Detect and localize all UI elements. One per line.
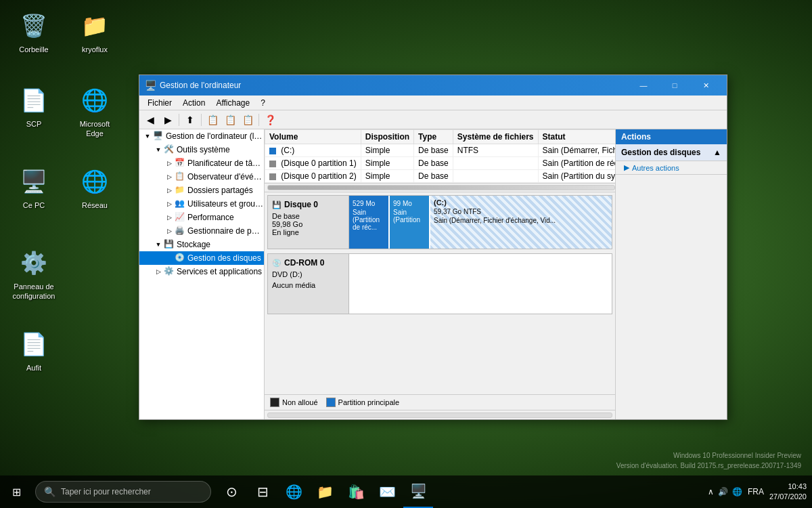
forward-button[interactable]: ▶ — [160, 112, 176, 127]
tray-network[interactable]: 🌐 — [732, 487, 742, 496]
vol-c-indicator — [269, 148, 276, 154]
tree-services[interactable]: ▷ ⚙️ Services et applications — [139, 265, 264, 278]
minimize-button[interactable]: — — [628, 75, 659, 96]
table-row[interactable]: (C:) Simple De base NTFS Sain (Démarrer,… — [265, 144, 616, 157]
menu-help[interactable]: ? — [255, 97, 271, 109]
planif-expand: ▷ — [164, 160, 175, 167]
cepc-label: Ce PC — [23, 200, 45, 210]
scp-label: SCP — [26, 119, 42, 129]
search-input[interactable] — [61, 487, 202, 496]
properties-button[interactable]: 📋 — [240, 112, 256, 127]
bottom-scroll-track[interactable] — [267, 412, 612, 418]
partition-block-p2[interactable]: 99 Mo Sain (Partition — [390, 196, 430, 249]
tree-dossiers[interactable]: ▷ 📁 Dossiers partagés — [139, 184, 264, 197]
menu-fichier[interactable]: Fichier — [142, 97, 177, 109]
scp-icon: 📄 — [18, 84, 50, 117]
aufit-label: Aufit — [26, 363, 41, 373]
close-button[interactable]: ✕ — [690, 75, 721, 96]
taskbar-search-icon[interactable]: ⊙ — [217, 475, 246, 508]
actions-panel: Actions Gestion des disques ▲ ▶ Autres a… — [615, 129, 727, 419]
partition-block-c[interactable]: (C:) 59,37 Go NTFS Sain (Démarrer, Fichi… — [430, 196, 612, 249]
corbeille-label: Corbeille — [19, 45, 48, 54]
up-button[interactable]: ⬆ — [182, 112, 198, 127]
tree-gestion-disques[interactable]: 💿 Gestion des disques — [139, 251, 264, 265]
scroll-thumb[interactable] — [267, 185, 615, 190]
col-fs[interactable]: Système de fichiers — [453, 130, 538, 144]
taskbar-task-icon[interactable]: ⊟ — [248, 475, 277, 508]
right-panel: Volume Disposition Type Système de fichi… — [265, 129, 615, 419]
vol-p2-type: De base — [414, 170, 453, 183]
vol-p2-disp: Simple — [361, 170, 413, 183]
partition-block-p1[interactable]: 529 Mo Sain (Partition de réc... — [349, 196, 390, 249]
tree-outils[interactable]: ▼ 🛠️ Outils système — [139, 143, 264, 156]
util-icon: 👥 — [175, 198, 185, 209]
view-button[interactable]: 📋 — [222, 112, 238, 127]
vol-p2: (Disque 0 partition 2) — [265, 170, 361, 183]
watermark-line1: Windows 10 Professionnel Insider Preview — [616, 450, 801, 461]
serv-icon: ⚙️ — [164, 266, 175, 277]
search-bar[interactable]: 🔍 — [35, 481, 211, 503]
cdrom-type: DVD (D:) — [272, 270, 344, 278]
util-expand: ▷ — [164, 200, 175, 207]
col-disposition[interactable]: Disposition — [361, 130, 413, 144]
table-scrollbar[interactable] — [265, 183, 615, 192]
menu-affichage[interactable]: Affichage — [210, 97, 255, 109]
perf-expand: ▷ — [164, 214, 175, 221]
vol-p2-fs — [453, 170, 538, 183]
taskbar-store-icon[interactable]: 🛍️ — [341, 475, 371, 508]
tray-speaker[interactable]: 🔊 — [718, 487, 728, 496]
disk-table: Volume Disposition Type Système de fichi… — [265, 129, 615, 183]
taskbar-explorer-icon[interactable]: 📁 — [310, 475, 340, 508]
sys-tray: ∧ 🔊 🌐 — [708, 487, 742, 496]
table-row[interactable]: (Disque 0 partition 1) Simple De base Sa… — [265, 157, 616, 170]
col-statut[interactable]: Statut — [538, 130, 615, 144]
vol-c-fs: NTFS — [453, 144, 538, 157]
tree-utilisateurs[interactable]: ▷ 👥 Utilisateurs et groupes l... — [139, 197, 264, 211]
desktop-icon-aufit[interactable]: 📄 Aufit — [7, 325, 61, 375]
action-section-title-disques[interactable]: Gestion des disques ▲ — [616, 144, 727, 161]
legend-unalloc-box — [270, 398, 279, 407]
tree-gestionnaire[interactable]: ▷ 🖨️ Gestionnaire de périphé... — [139, 224, 264, 238]
tree-root[interactable]: ▼ 🖥️ Gestion de l'ordinateur (local) — [139, 129, 264, 143]
legend-unallocated: Non alloué — [270, 398, 318, 407]
help-button[interactable]: ❓ — [262, 112, 278, 127]
time-date[interactable]: 10:43 27/07/2020 — [769, 482, 807, 503]
col-type[interactable]: Type — [414, 130, 453, 144]
start-button[interactable]: ⊞ — [0, 475, 32, 508]
desktop-icon-edge[interactable]: 🌐 Microsoft Edge — [68, 81, 122, 142]
desktop-icon-corbeille[interactable]: 🗑️ Corbeille — [7, 7, 61, 57]
tree-performance-label: Performance — [187, 213, 234, 222]
menu-action[interactable]: Action — [177, 97, 210, 109]
action-section-disques: Gestion des disques ▲ — [616, 144, 727, 161]
taskbar-mail-icon[interactable]: ✉️ — [372, 475, 402, 508]
language-label[interactable]: FRA — [748, 487, 764, 496]
desktop-icon-kryoflux[interactable]: 📁 kryoflux — [68, 7, 122, 57]
bottom-scrollbar[interactable] — [265, 410, 615, 419]
back-button[interactable]: ◀ — [142, 112, 158, 127]
action-autres-actions[interactable]: ▶ Autres actions — [616, 161, 727, 174]
computer-management-window: 🖥️ Gestion de l'ordinateur — □ ✕ Fichier… — [139, 75, 727, 420]
desktop-icon-reseau[interactable]: 🌐 Réseau — [68, 163, 122, 213]
disk-visualization-area: 💾 Disque 0 De base 59,98 Go En ligne 529… — [265, 192, 615, 394]
tree-planificateur[interactable]: ▷ 📅 Planificateur de tâches — [139, 156, 264, 170]
desktop-icon-panneau[interactable]: ⚙️ Panneau deconfiguration — [7, 244, 61, 304]
tree-gd-label: Gestion des disques — [187, 253, 261, 263]
p2-status: Sain (Partition — [393, 209, 426, 224]
table-row[interactable]: (Disque 0 partition 2) Simple De base Sa… — [265, 170, 616, 183]
vol-p2-indicator — [269, 173, 276, 180]
tree-stockage[interactable]: ▼ 💾 Stockage — [139, 238, 264, 251]
disk-0-name: Disque 0 — [284, 200, 318, 209]
desktop-icon-scp[interactable]: 📄 SCP — [7, 81, 61, 131]
taskbar-active-icon[interactable]: 🖥️ — [403, 475, 433, 508]
maximize-button[interactable]: □ — [659, 75, 690, 96]
tray-expand[interactable]: ∧ — [708, 487, 714, 496]
tree-performance[interactable]: ▷ 📈 Performance — [139, 211, 264, 224]
tree-observateur[interactable]: ▷ 📋 Observateur d'événeme... — [139, 170, 264, 184]
show-hide-button[interactable]: 📋 — [204, 112, 221, 127]
taskbar-edge-icon[interactable]: 🌐 — [279, 475, 309, 508]
edge-label: Microsoft Edge — [70, 119, 119, 139]
language-indicator: FRA — [748, 487, 764, 496]
col-volume[interactable]: Volume — [265, 130, 361, 144]
vol-p1-status: Sain (Partition de récupération,... — [538, 157, 615, 170]
desktop-icon-cepc[interactable]: 🖥️ Ce PC — [7, 163, 61, 213]
